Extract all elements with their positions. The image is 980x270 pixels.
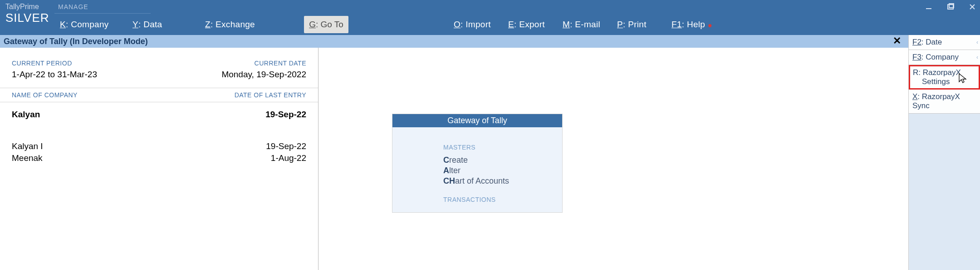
- menu-manage-label: MANAGE: [54, 0, 151, 14]
- fn-company[interactable]: F3: Company ‹: [909, 50, 980, 65]
- brand-line2: SILVER: [5, 11, 46, 25]
- maximize-icon[interactable]: [946, 2, 956, 12]
- brand: TallyPrime SILVER: [0, 0, 54, 35]
- menu-export[interactable]: E: Export: [503, 14, 557, 35]
- current-period-label: CURRENT PERIOD: [12, 60, 97, 67]
- company-header: NAME OF COMPANY DATE OF LAST ENTRY: [0, 88, 318, 102]
- company-row[interactable]: Kalyan 19-Sep-22: [12, 110, 306, 120]
- fn-date[interactable]: F2: Date ‹: [909, 35, 980, 50]
- current-period-value: 1-Apr-22 to 31-Mar-23: [12, 70, 97, 80]
- right-function-panel: F2: Date ‹ F3: Company ‹ R: RazorpayX Se…: [908, 35, 980, 270]
- menu-print[interactable]: P: Print: [612, 14, 666, 35]
- menu-goto[interactable]: G: Go To: [304, 16, 348, 33]
- menu-area: MANAGE K: Company Y: Data Z: Exchange G:…: [54, 0, 980, 35]
- current-date-label: CURRENT DATE: [221, 60, 306, 67]
- current-period: CURRENT PERIOD 1-Apr-22 to 31-Mar-23: [12, 60, 97, 80]
- gateway-panel: Gateway of Tally MASTERS Create Alter CH…: [392, 114, 563, 213]
- close-window-icon[interactable]: [967, 2, 977, 12]
- menu-company[interactable]: K: Company: [54, 14, 127, 35]
- fn-razorpayx-settings[interactable]: R: RazorpayX Settings: [909, 65, 980, 90]
- masters-create[interactable]: Create: [443, 155, 553, 165]
- company-row[interactable]: Kalyan I 19-Sep-22: [12, 141, 306, 151]
- left-panel: CURRENT PERIOD 1-Apr-22 to 31-Mar-23 CUR…: [0, 48, 318, 270]
- menu-data[interactable]: Y: Data: [127, 14, 200, 35]
- sub-header: Gateway of Tally (In Developer Mode) ✕: [0, 35, 980, 48]
- sub-header-title: Gateway of Tally (In Developer Mode): [4, 37, 148, 46]
- period-block: CURRENT PERIOD 1-Apr-22 to 31-Mar-23 CUR…: [0, 48, 318, 88]
- title-bar: TallyPrime SILVER MANAGE K: Company Y: D…: [0, 0, 980, 35]
- company-list: Kalyan 19-Sep-22 Kalyan I 19-Sep-22 Meen…: [0, 102, 318, 172]
- svg-rect-1: [948, 5, 953, 9]
- menu-right-group: O: Import E: Export M: E-mail P: Print F…: [448, 14, 720, 35]
- close-icon[interactable]: ✕: [891, 35, 903, 47]
- col-name: NAME OF COMPANY: [12, 91, 78, 99]
- help-notification-dot: •: [708, 23, 712, 28]
- section-transactions: TRANSACTIONS: [443, 196, 553, 203]
- col-date: DATE OF LAST ENTRY: [235, 91, 306, 99]
- minimize-icon[interactable]: [924, 2, 934, 12]
- menu-import[interactable]: O: Import: [448, 14, 503, 35]
- center-area: Gateway of Tally MASTERS Create Alter CH…: [318, 48, 980, 270]
- chevron-left-icon: ‹: [976, 39, 978, 45]
- current-date: CURRENT DATE Monday, 19-Sep-2022: [221, 60, 306, 80]
- fn-razorpayx-sync[interactable]: X: RazorpayX Sync: [909, 90, 980, 114]
- menu-exchange[interactable]: Z: Exchange: [200, 14, 290, 35]
- masters-alter[interactable]: Alter: [443, 166, 553, 175]
- window-controls: [924, 2, 977, 12]
- current-date-value: Monday, 19-Sep-2022: [221, 70, 306, 80]
- menu-email[interactable]: M: E-mail: [557, 14, 612, 35]
- cursor-icon: [958, 73, 968, 87]
- menu-help[interactable]: F1: Help •: [666, 14, 720, 35]
- menu-row: K: Company Y: Data Z: Exchange G: Go To …: [54, 14, 980, 35]
- company-row[interactable]: Meenak 1-Aug-22: [12, 153, 306, 163]
- brand-line1: TallyPrime: [5, 3, 46, 11]
- gateway-body: MASTERS Create Alter CHart of Accounts T…: [392, 127, 562, 212]
- masters-chart-of-accounts[interactable]: CHart of Accounts: [443, 176, 553, 186]
- gateway-title: Gateway of Tally: [392, 114, 562, 127]
- chevron-left-icon: ‹: [976, 54, 978, 60]
- section-masters: MASTERS: [443, 144, 553, 151]
- content-area: CURRENT PERIOD 1-Apr-22 to 31-Mar-23 CUR…: [0, 48, 980, 270]
